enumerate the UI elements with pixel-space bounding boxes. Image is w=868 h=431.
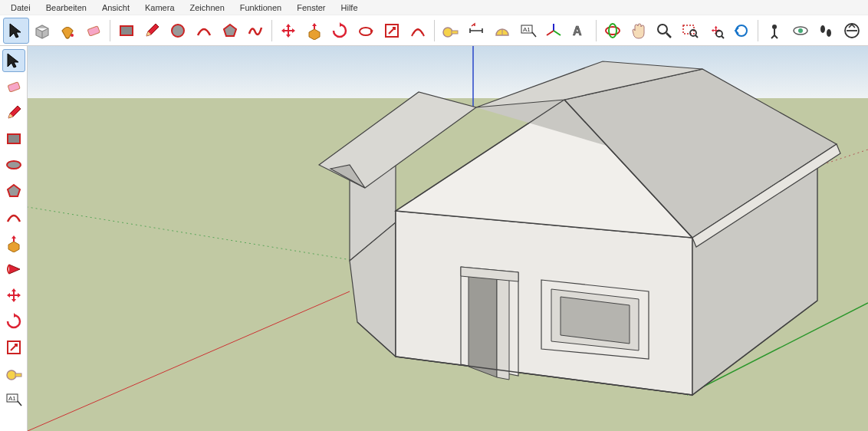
eye-icon	[791, 21, 810, 40]
walk-tool[interactable]	[814, 18, 840, 44]
zoom-icon	[655, 21, 673, 40]
cube-icon	[33, 21, 51, 40]
menu-window[interactable]: Fenster	[289, 2, 333, 14]
protractor-icon	[493, 21, 511, 40]
pencil-icon	[5, 104, 23, 122]
zoom-window-tool[interactable]	[677, 18, 703, 44]
pan-tool[interactable]	[626, 18, 652, 44]
feet-icon	[817, 21, 835, 40]
select-tool[interactable]	[2, 49, 25, 72]
tape-measure-tool[interactable]	[438, 18, 464, 44]
svg-marker-28	[561, 297, 630, 344]
toolbar-top	[0, 15, 868, 46]
pushpull-icon	[5, 234, 23, 252]
toolbar-separator	[758, 20, 758, 41]
eraser-icon	[5, 77, 23, 96]
eraser[interactable]	[2, 75, 25, 98]
move4-icon	[279, 21, 298, 40]
menu-edit[interactable]: Bearbeiten	[38, 2, 94, 14]
viewport-3d[interactable]	[28, 46, 868, 431]
tape-icon	[5, 364, 23, 383]
line-tool[interactable]	[140, 18, 166, 44]
eraser[interactable]	[81, 18, 107, 44]
menu-file[interactable]: Datei	[3, 2, 38, 14]
offset-icon	[409, 21, 427, 40]
camerapos-icon	[765, 21, 784, 40]
scale-icon	[5, 338, 23, 357]
menu-camera[interactable]: Kamera	[137, 2, 182, 14]
move-tool[interactable]	[2, 284, 25, 307]
look-around[interactable]	[787, 18, 814, 44]
rotate-icon	[330, 21, 349, 40]
circle-icon	[169, 21, 187, 40]
svg-rect-0	[28, 46, 868, 98]
rectangle-tool[interactable]	[2, 127, 25, 150]
push-pull-tool[interactable]	[301, 18, 327, 44]
move4-icon	[5, 286, 23, 304]
text-icon	[5, 390, 23, 409]
menu-bar: Datei Bearbeiten Ansicht Kamera Zeichnen…	[0, 0, 868, 15]
orbit-icon	[603, 21, 622, 40]
arc-icon	[195, 21, 213, 40]
polygon-tool[interactable]	[217, 18, 243, 44]
tape-icon	[441, 21, 459, 40]
circle-tool[interactable]	[2, 153, 25, 176]
circle-tool[interactable]	[165, 18, 191, 44]
axes-tool[interactable]	[541, 18, 567, 44]
cursor-icon	[7, 21, 25, 40]
rotate-tool[interactable]	[2, 310, 25, 333]
offset-tool[interactable]	[405, 18, 431, 44]
scale-tool[interactable]	[2, 336, 25, 359]
arc-icon	[5, 208, 23, 226]
dimension-tool[interactable]	[463, 18, 489, 44]
text-tool[interactable]	[2, 388, 25, 411]
menu-view[interactable]: Ansicht	[94, 2, 137, 14]
follow-me-tool[interactable]	[2, 258, 25, 281]
menu-help[interactable]: Hilfe	[334, 2, 366, 14]
scale-tool[interactable]	[379, 18, 405, 44]
push-pull-tool[interactable]	[2, 232, 25, 255]
polygon-icon	[221, 21, 239, 40]
select-tool[interactable]	[3, 18, 29, 44]
menu-functions[interactable]: Funktionen	[232, 2, 289, 14]
text3d-icon	[570, 21, 589, 40]
paint-bucket[interactable]	[54, 18, 81, 44]
move-tool[interactable]	[275, 18, 301, 44]
pushpull-icon	[305, 21, 324, 40]
follow-me-tool[interactable]	[353, 18, 379, 44]
polygon-icon	[5, 182, 23, 200]
circ-side-icon	[5, 156, 23, 174]
freehand-tool[interactable]	[242, 18, 268, 44]
orbit-tool[interactable]	[600, 18, 626, 44]
zoom-extents-tool[interactable]	[703, 18, 729, 44]
rectangle-tool[interactable]	[113, 18, 140, 44]
tape-measure-tool[interactable]	[2, 362, 25, 385]
menu-draw[interactable]: Zeichnen	[182, 2, 232, 14]
toolbar-separator	[596, 20, 597, 41]
protractor-tool[interactable]	[489, 18, 515, 44]
toolbar-separator	[110, 20, 110, 41]
make-component[interactable]	[29, 18, 55, 44]
position-camera[interactable]	[761, 18, 787, 44]
3d-text-tool[interactable]	[567, 18, 593, 44]
hand-icon	[629, 21, 647, 40]
polygon-tool[interactable]	[2, 179, 25, 202]
section-icon	[843, 21, 861, 40]
zoom-tool[interactable]	[651, 18, 677, 44]
pencil-icon	[143, 21, 161, 40]
scale-icon	[383, 21, 401, 40]
zoomwin-icon	[681, 21, 699, 40]
previous-view[interactable]	[728, 18, 755, 44]
text-icon	[519, 21, 538, 40]
toolbar-separator	[271, 20, 272, 41]
arc-tool[interactable]	[191, 18, 217, 44]
bucket-icon	[58, 21, 77, 40]
squig-icon	[246, 21, 265, 40]
line-tool[interactable]	[2, 101, 25, 124]
rotate-tool[interactable]	[327, 18, 353, 44]
arc-tool[interactable]	[2, 206, 25, 229]
text-tool[interactable]	[515, 18, 541, 44]
rotate-icon	[5, 312, 23, 331]
svg-marker-24	[497, 278, 509, 380]
section-plane[interactable]	[839, 18, 865, 44]
